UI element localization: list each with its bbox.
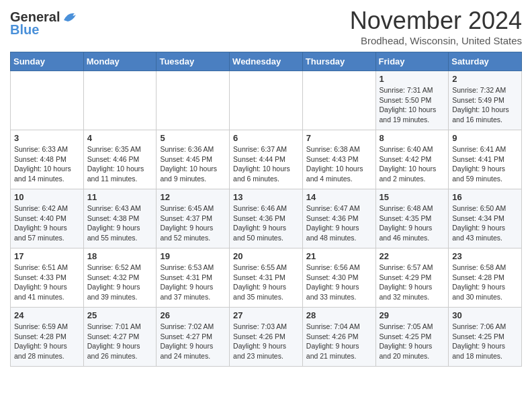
day-number: 15	[380, 192, 445, 202]
calendar-cell: 27Sunrise: 7:03 AM Sunset: 4:26 PM Dayli…	[230, 308, 303, 367]
calendar-cell: 13Sunrise: 6:46 AM Sunset: 4:36 PM Dayli…	[230, 189, 303, 248]
calendar-cell: 7Sunrise: 6:38 AM Sunset: 4:43 PM Daylig…	[302, 130, 375, 189]
day-number: 30	[452, 310, 518, 320]
calendar-cell: 12Sunrise: 6:45 AM Sunset: 4:37 PM Dayli…	[157, 189, 230, 248]
day-number: 10	[14, 192, 80, 202]
day-info: Sunrise: 6:35 AM Sunset: 4:46 PM Dayligh…	[87, 144, 153, 184]
calendar-cell: 22Sunrise: 6:57 AM Sunset: 4:29 PM Dayli…	[375, 248, 449, 308]
day-info: Sunrise: 7:03 AM Sunset: 4:26 PM Dayligh…	[233, 322, 299, 361]
day-info: Sunrise: 6:41 AM Sunset: 4:41 PM Dayligh…	[452, 144, 518, 184]
day-info: Sunrise: 6:36 AM Sunset: 4:45 PM Dayligh…	[160, 144, 226, 184]
calendar-cell	[302, 71, 375, 130]
day-info: Sunrise: 6:52 AM Sunset: 4:32 PM Dayligh…	[87, 263, 153, 302]
weekday-header-row: SundayMondayTuesdayWednesdayThursdayFrid…	[11, 52, 522, 71]
day-info: Sunrise: 6:51 AM Sunset: 4:33 PM Dayligh…	[14, 263, 80, 302]
day-info: Sunrise: 6:53 AM Sunset: 4:31 PM Dayligh…	[160, 263, 226, 302]
calendar-cell: 16Sunrise: 6:50 AM Sunset: 4:34 PM Dayli…	[449, 189, 522, 248]
weekday-header-monday: Monday	[83, 52, 157, 71]
day-number: 17	[14, 251, 80, 261]
day-number: 8	[380, 133, 445, 143]
day-info: Sunrise: 7:05 AM Sunset: 4:25 PM Dayligh…	[380, 322, 445, 361]
calendar-cell: 4Sunrise: 6:35 AM Sunset: 4:46 PM Daylig…	[83, 130, 157, 189]
logo-blue: Blue	[10, 22, 39, 38]
day-info: Sunrise: 7:02 AM Sunset: 4:27 PM Dayligh…	[160, 322, 226, 361]
day-number: 4	[87, 133, 153, 143]
calendar-cell: 21Sunrise: 6:56 AM Sunset: 4:30 PM Dayli…	[302, 248, 375, 308]
day-number: 28	[306, 310, 372, 320]
calendar-cell: 10Sunrise: 6:42 AM Sunset: 4:40 PM Dayli…	[11, 189, 84, 248]
calendar-cell: 3Sunrise: 6:33 AM Sunset: 4:48 PM Daylig…	[11, 130, 84, 189]
day-info: Sunrise: 6:55 AM Sunset: 4:31 PM Dayligh…	[233, 263, 299, 302]
day-number: 9	[452, 133, 518, 143]
day-number: 23	[452, 251, 518, 261]
day-number: 2	[452, 74, 518, 84]
day-number: 25	[87, 310, 153, 320]
day-number: 20	[233, 251, 299, 261]
calendar-cell: 2Sunrise: 7:32 AM Sunset: 5:49 PM Daylig…	[449, 71, 522, 130]
calendar-cell: 17Sunrise: 6:51 AM Sunset: 4:33 PM Dayli…	[11, 248, 84, 308]
calendar-cell	[83, 71, 157, 130]
calendar-cell	[230, 71, 303, 130]
calendar-week-row: 10Sunrise: 6:42 AM Sunset: 4:40 PM Dayli…	[11, 189, 522, 248]
day-info: Sunrise: 6:38 AM Sunset: 4:43 PM Dayligh…	[306, 144, 372, 184]
calendar-cell: 19Sunrise: 6:53 AM Sunset: 4:31 PM Dayli…	[157, 248, 230, 308]
month-title: November 2024	[350, 7, 522, 35]
day-info: Sunrise: 6:46 AM Sunset: 4:36 PM Dayligh…	[233, 203, 299, 243]
calendar-cell: 25Sunrise: 7:01 AM Sunset: 4:27 PM Dayli…	[83, 308, 157, 367]
day-number: 27	[233, 310, 299, 320]
day-info: Sunrise: 6:33 AM Sunset: 4:48 PM Dayligh…	[14, 144, 80, 184]
logo-bird-icon	[61, 11, 80, 24]
calendar-cell: 9Sunrise: 6:41 AM Sunset: 4:41 PM Daylig…	[449, 130, 522, 189]
day-number: 22	[380, 251, 445, 261]
day-info: Sunrise: 6:45 AM Sunset: 4:37 PM Dayligh…	[160, 203, 226, 243]
calendar-cell: 5Sunrise: 6:36 AM Sunset: 4:45 PM Daylig…	[157, 130, 230, 189]
day-number: 1	[380, 74, 445, 84]
page-header: General Blue November 2024 Brodhead, Wis…	[10, 7, 522, 46]
calendar-cell: 6Sunrise: 6:37 AM Sunset: 4:44 PM Daylig…	[230, 130, 303, 189]
day-info: Sunrise: 6:48 AM Sunset: 4:35 PM Dayligh…	[380, 203, 445, 243]
day-number: 21	[306, 251, 372, 261]
day-info: Sunrise: 6:47 AM Sunset: 4:36 PM Dayligh…	[306, 203, 372, 243]
calendar-cell: 8Sunrise: 6:40 AM Sunset: 4:42 PM Daylig…	[375, 130, 449, 189]
calendar-cell: 24Sunrise: 6:59 AM Sunset: 4:28 PM Dayli…	[11, 308, 84, 367]
calendar-cell: 18Sunrise: 6:52 AM Sunset: 4:32 PM Dayli…	[83, 248, 157, 308]
weekday-header-friday: Friday	[375, 52, 449, 71]
day-info: Sunrise: 6:42 AM Sunset: 4:40 PM Dayligh…	[14, 203, 80, 243]
calendar-cell: 28Sunrise: 7:04 AM Sunset: 4:26 PM Dayli…	[302, 308, 375, 367]
calendar-week-row: 17Sunrise: 6:51 AM Sunset: 4:33 PM Dayli…	[11, 248, 522, 308]
day-info: Sunrise: 6:37 AM Sunset: 4:44 PM Dayligh…	[233, 144, 299, 184]
calendar-cell: 29Sunrise: 7:05 AM Sunset: 4:25 PM Dayli…	[375, 308, 449, 367]
day-number: 29	[380, 310, 445, 320]
calendar-week-row: 1Sunrise: 7:31 AM Sunset: 5:50 PM Daylig…	[11, 71, 522, 130]
day-info: Sunrise: 6:57 AM Sunset: 4:29 PM Dayligh…	[380, 263, 445, 302]
day-number: 11	[87, 192, 153, 202]
weekday-header-tuesday: Tuesday	[157, 52, 230, 71]
weekday-header-thursday: Thursday	[302, 52, 375, 71]
day-number: 14	[306, 192, 372, 202]
calendar-cell: 20Sunrise: 6:55 AM Sunset: 4:31 PM Dayli…	[230, 248, 303, 308]
day-number: 16	[452, 192, 518, 202]
calendar-week-row: 24Sunrise: 6:59 AM Sunset: 4:28 PM Dayli…	[11, 308, 522, 367]
day-info: Sunrise: 7:31 AM Sunset: 5:50 PM Dayligh…	[380, 85, 445, 125]
day-number: 24	[14, 310, 80, 320]
day-info: Sunrise: 6:43 AM Sunset: 4:38 PM Dayligh…	[87, 203, 153, 243]
day-number: 26	[160, 310, 226, 320]
day-info: Sunrise: 7:32 AM Sunset: 5:49 PM Dayligh…	[452, 85, 518, 125]
day-number: 18	[87, 251, 153, 261]
calendar-week-row: 3Sunrise: 6:33 AM Sunset: 4:48 PM Daylig…	[11, 130, 522, 189]
day-info: Sunrise: 6:58 AM Sunset: 4:28 PM Dayligh…	[452, 263, 518, 302]
calendar-cell: 14Sunrise: 6:47 AM Sunset: 4:36 PM Dayli…	[302, 189, 375, 248]
day-number: 13	[233, 192, 299, 202]
day-number: 6	[233, 133, 299, 143]
weekday-header-wednesday: Wednesday	[230, 52, 303, 71]
calendar-cell: 11Sunrise: 6:43 AM Sunset: 4:38 PM Dayli…	[83, 189, 157, 248]
title-block: November 2024 Brodhead, Wisconsin, Unite…	[350, 7, 522, 46]
calendar-cell: 1Sunrise: 7:31 AM Sunset: 5:50 PM Daylig…	[375, 71, 449, 130]
calendar-table: SundayMondayTuesdayWednesdayThursdayFrid…	[10, 52, 522, 367]
day-info: Sunrise: 6:59 AM Sunset: 4:28 PM Dayligh…	[14, 322, 80, 361]
location: Brodhead, Wisconsin, United States	[350, 35, 522, 46]
day-info: Sunrise: 6:40 AM Sunset: 4:42 PM Dayligh…	[380, 144, 445, 184]
weekday-header-saturday: Saturday	[449, 52, 522, 71]
calendar-cell	[157, 71, 230, 130]
day-info: Sunrise: 7:04 AM Sunset: 4:26 PM Dayligh…	[306, 322, 372, 361]
